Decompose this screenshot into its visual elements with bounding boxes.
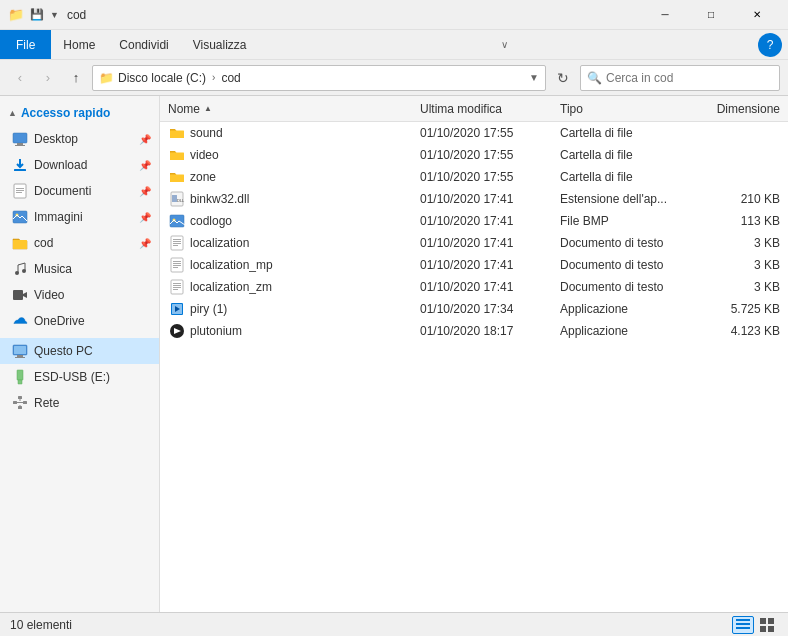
menu-home[interactable]: Home [51, 30, 107, 59]
file-date-video: 01/10/2020 17:55 [420, 148, 560, 162]
table-row[interactable]: piry (1) 01/10/2020 17:34 Applicazione 5… [160, 298, 788, 320]
column-date[interactable]: Ultima modifica [420, 102, 560, 116]
sidebar-label-usb: ESD-USB (E:) [34, 370, 151, 384]
sidebar-item-onedrive[interactable]: OneDrive [0, 308, 159, 334]
file-date-binkw32: 01/10/2020 17:41 [420, 192, 560, 206]
up-button[interactable]: ↑ [64, 66, 88, 90]
svg-text:DLL: DLL [177, 198, 185, 203]
svg-marker-14 [23, 292, 27, 298]
view-buttons [732, 616, 778, 634]
sidebar-label-cod: cod [34, 236, 133, 250]
file-type-sound: Cartella di file [560, 126, 700, 140]
file-name-plutonium: plutonium [190, 324, 420, 338]
sidebar-item-desktop[interactable]: Desktop 📌 [0, 126, 159, 152]
title-bar-menu-arrow[interactable]: ▼ [50, 10, 59, 20]
column-size[interactable]: Dimensione [700, 102, 780, 116]
file-type-binkw32: Estensione dell'ap... [560, 192, 700, 206]
file-date-sound: 01/10/2020 17:55 [420, 126, 560, 140]
view-large-button[interactable] [756, 616, 778, 634]
maximize-button[interactable]: □ [688, 0, 734, 30]
file-icon-codlogo [168, 212, 186, 230]
back-button[interactable]: ‹ [8, 66, 32, 90]
table-row[interactable]: video 01/10/2020 17:55 Cartella di file [160, 144, 788, 166]
sidebar-item-musica[interactable]: Musica [0, 256, 159, 282]
table-row[interactable]: plutonium 01/10/2020 18:17 Applicazione … [160, 320, 788, 342]
file-date-codlogo: 01/10/2020 17:41 [420, 214, 560, 228]
svg-rect-40 [173, 263, 181, 264]
svg-rect-6 [16, 190, 24, 191]
menu-condividi[interactable]: Condividi [107, 30, 180, 59]
search-input[interactable] [606, 71, 773, 85]
forward-button[interactable]: › [36, 66, 60, 90]
svg-rect-21 [18, 396, 22, 399]
address-folder-icon: 📁 [99, 71, 114, 85]
close-button[interactable]: ✕ [734, 0, 780, 30]
file-date-plutonium: 01/10/2020 18:17 [420, 324, 560, 338]
search-icon: 🔍 [587, 71, 602, 85]
sidebar-item-cod[interactable]: cod 📌 [0, 230, 159, 256]
sidebar-item-network[interactable]: Rete [0, 390, 159, 416]
svg-point-11 [15, 271, 19, 275]
file-name-localization_zm: localization_zm [190, 280, 420, 294]
menu-expand-arrow[interactable]: ∨ [501, 39, 516, 50]
svg-point-12 [22, 269, 26, 273]
sidebar-label-network: Rete [34, 396, 151, 410]
status-bar: 10 elementi [0, 612, 788, 636]
column-name-label: Nome [168, 102, 200, 116]
file-type-codlogo: File BMP [560, 214, 700, 228]
menu-file[interactable]: File [0, 30, 51, 59]
svg-rect-39 [173, 261, 181, 262]
svg-rect-1 [17, 143, 23, 145]
title-bar-controls: ─ □ ✕ [642, 0, 780, 30]
table-row[interactable]: sound 01/10/2020 17:55 Cartella di file [160, 122, 788, 144]
svg-rect-44 [173, 283, 181, 284]
sidebar-item-usb[interactable]: ESD-USB (E:) [0, 364, 159, 390]
sidebar-item-immagini[interactable]: Immagini 📌 [0, 204, 159, 230]
svg-rect-34 [173, 239, 181, 240]
table-row[interactable]: codlogo 01/10/2020 17:41 File BMP 113 KB [160, 210, 788, 232]
table-row[interactable]: localization_mp 01/10/2020 17:41 Documen… [160, 254, 788, 276]
sidebar-item-video[interactable]: Video [0, 282, 159, 308]
svg-rect-27 [170, 175, 184, 183]
file-name-localization: localization [190, 236, 420, 250]
column-name[interactable]: Nome ▲ [168, 102, 420, 116]
table-row[interactable]: localization_zm 01/10/2020 17:41 Documen… [160, 276, 788, 298]
sidebar-label-musica: Musica [34, 262, 151, 276]
svg-rect-55 [736, 627, 750, 629]
svg-rect-3 [14, 169, 26, 171]
view-details-button[interactable] [732, 616, 754, 634]
sidebar-item-thispc[interactable]: Questo PC [0, 338, 159, 364]
musica-icon [12, 261, 28, 277]
file-type-localization: Documento di testo [560, 236, 700, 250]
svg-rect-37 [173, 245, 178, 246]
search-box[interactable]: 🔍 [580, 65, 780, 91]
svg-rect-0 [13, 133, 27, 143]
documenti-icon [12, 183, 28, 199]
desktop-icon [12, 131, 28, 147]
file-date-zone: 01/10/2020 17:55 [420, 170, 560, 184]
title-bar-icons: 📁 💾 ▼ [8, 7, 59, 22]
refresh-button[interactable]: ↻ [550, 65, 576, 91]
column-type[interactable]: Tipo [560, 102, 700, 116]
menu-visualizza[interactable]: Visualizza [181, 30, 259, 59]
file-list: sound 01/10/2020 17:55 Cartella di file … [160, 122, 788, 612]
quick-access-header[interactable]: ▲ Accesso rapido [0, 100, 159, 126]
svg-rect-13 [13, 290, 23, 300]
address-bar: ‹ › ↑ 📁 Disco locale (C:) › cod ▼ ↻ 🔍 [0, 60, 788, 96]
file-type-plutonium: Applicazione [560, 324, 700, 338]
help-button[interactable]: ? [758, 33, 782, 57]
table-row[interactable]: zone 01/10/2020 17:55 Cartella di file [160, 166, 788, 188]
sidebar-item-download[interactable]: Download 📌 [0, 152, 159, 178]
svg-rect-2 [15, 145, 25, 146]
download-icon [12, 157, 28, 173]
onedrive-icon [12, 313, 28, 329]
minimize-button[interactable]: ─ [642, 0, 688, 30]
address-box[interactable]: 📁 Disco locale (C:) › cod ▼ [92, 65, 546, 91]
table-row[interactable]: DLL binkw32.dll 01/10/2020 17:41 Estensi… [160, 188, 788, 210]
sidebar-item-documenti[interactable]: Documenti 📌 [0, 178, 159, 204]
address-chevron-icon[interactable]: ▼ [529, 72, 539, 83]
network-icon [12, 395, 28, 411]
file-name-binkw32: binkw32.dll [190, 192, 420, 206]
table-row[interactable]: localization 01/10/2020 17:41 Documento … [160, 232, 788, 254]
svg-rect-54 [736, 623, 750, 625]
